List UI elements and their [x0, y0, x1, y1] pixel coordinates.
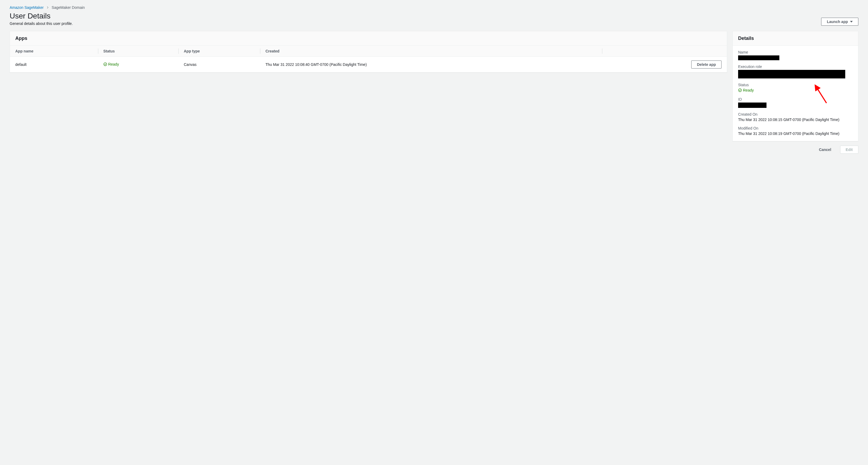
apps-panel: Apps App name Status App type Created de…	[10, 31, 727, 72]
apps-table: App name Status App type Created default	[10, 46, 727, 72]
cell-app-name: default	[10, 57, 98, 72]
page-title: User Details	[10, 12, 73, 20]
detail-label-created-on: Created On	[738, 112, 853, 117]
detail-label-status: Status	[738, 83, 853, 87]
cancel-button[interactable]: Cancel	[813, 146, 837, 154]
apps-panel-title: Apps	[15, 36, 721, 41]
col-app-type[interactable]: App type	[178, 46, 260, 57]
detail-label-name: Name	[738, 50, 853, 54]
col-app-name[interactable]: App name	[10, 46, 98, 57]
cell-app-type: Canvas	[178, 57, 260, 72]
check-circle-icon	[738, 88, 742, 92]
chevron-right-icon	[46, 6, 49, 9]
edit-button[interactable]: Edit	[840, 146, 858, 154]
table-row: default Ready Canvas Thu Mar 31 202	[10, 57, 727, 72]
redacted-name-value	[738, 56, 779, 60]
detail-label-execution-role: Execution role	[738, 65, 853, 69]
redacted-id-value	[738, 103, 767, 108]
status-text: Ready	[108, 62, 119, 66]
col-created[interactable]: Created	[260, 46, 602, 57]
launch-app-button[interactable]: Launch app	[821, 18, 858, 26]
cell-created: Thu Mar 31 2022 10:08:40 GMT-0700 (Pacif…	[260, 57, 602, 72]
launch-app-label: Launch app	[827, 20, 848, 24]
detail-label-modified-on: Modified On	[738, 126, 853, 130]
breadcrumb-root-link[interactable]: Amazon SageMaker	[10, 5, 44, 10]
detail-value-created-on: Thu Mar 31 2022 10:08:15 GMT-0700 (Pacif…	[738, 118, 853, 122]
details-panel: Details Name Execution role Status	[733, 31, 858, 141]
detail-value-modified-on: Thu Mar 31 2022 10:08:19 GMT-0700 (Pacif…	[738, 131, 853, 136]
breadcrumb-current: SageMaker Domain	[52, 5, 85, 10]
cell-status: Ready	[98, 57, 179, 72]
breadcrumb: Amazon SageMaker SageMaker Domain	[10, 5, 858, 10]
check-circle-icon	[103, 62, 107, 66]
details-panel-title: Details	[738, 36, 853, 41]
detail-value-status: Ready	[743, 88, 754, 92]
delete-app-button[interactable]: Delete app	[691, 61, 721, 69]
footer-actions: Cancel Edit	[733, 146, 858, 154]
caret-down-icon	[850, 21, 853, 23]
redacted-execution-role-value	[738, 70, 845, 78]
col-status[interactable]: Status	[98, 46, 179, 57]
page-subtitle: General details about this user profile.	[10, 22, 73, 26]
col-actions	[602, 46, 727, 57]
detail-label-id: ID	[738, 97, 853, 101]
